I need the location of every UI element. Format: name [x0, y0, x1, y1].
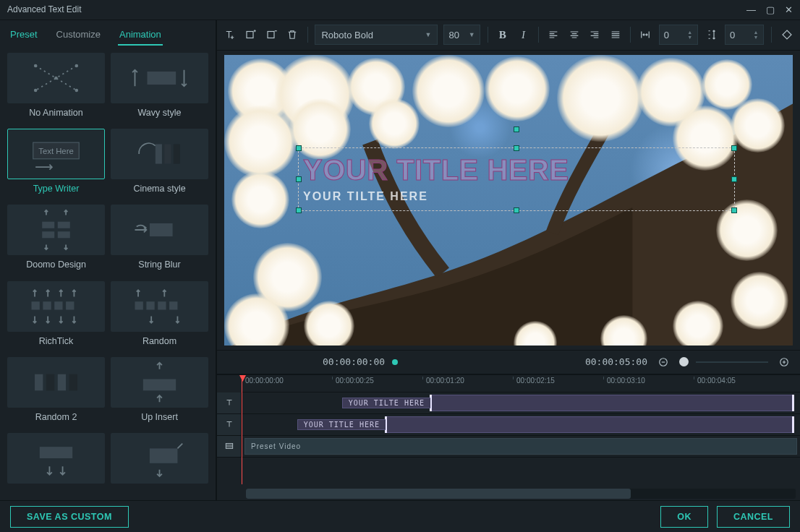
- line-spacing-input[interactable]: 0 ▲▼: [725, 25, 764, 45]
- zoom-slider-handle[interactable]: [679, 357, 689, 366]
- animation-cell[interactable]: Up Insert: [111, 357, 208, 427]
- add-text-icon[interactable]: [223, 26, 238, 43]
- rotate-handle[interactable]: [514, 126, 519, 132]
- text-clip-2[interactable]: YOUR TITLE HERE: [385, 416, 794, 433]
- animation-cell[interactable]: Random: [111, 281, 208, 351]
- bold-button[interactable]: B: [495, 26, 511, 43]
- svg-rect-17: [150, 223, 173, 236]
- resize-handle[interactable]: [731, 207, 737, 213]
- align-center-icon[interactable]: [566, 26, 582, 43]
- svg-point-5: [75, 89, 79, 93]
- zoom-in-button[interactable]: [775, 353, 793, 371]
- italic-button[interactable]: I: [516, 26, 531, 43]
- keyframe-icon[interactable]: [779, 26, 794, 43]
- current-time: 00:00:00:00: [323, 356, 385, 367]
- svg-rect-28: [58, 374, 66, 390]
- ruler-tick: 00:00:00:25: [332, 377, 374, 379]
- animation-label: [7, 488, 105, 491]
- window-title: Advanced Text Edit: [7, 4, 82, 14]
- stop-button[interactable]: [298, 353, 315, 371]
- animation-cell[interactable]: [7, 433, 105, 493]
- animation-cell[interactable]: Text HereType Writer: [7, 129, 105, 199]
- ruler-tick: 00:00:03:10: [603, 377, 645, 379]
- prev-frame-button[interactable]: [224, 353, 242, 371]
- animation-grid: No AnimationWavy styleText HereType Writ…: [0, 46, 216, 500]
- track-icon-text[interactable]: [217, 392, 242, 413]
- animation-label: Random 2: [7, 412, 105, 425]
- delete-icon[interactable]: [285, 26, 300, 43]
- animation-cell[interactable]: [111, 433, 208, 493]
- timeline-scrollbar[interactable]: [246, 489, 796, 499]
- resize-handle[interactable]: [296, 176, 302, 182]
- resize-handle[interactable]: [514, 207, 519, 213]
- animation-cell[interactable]: Wavy style: [111, 53, 208, 123]
- title-bounding-box[interactable]: YOUR TITLE HERE YOUR TILTE HERE: [298, 147, 735, 211]
- close-button[interactable]: ✕: [785, 4, 793, 15]
- resize-handle[interactable]: [514, 145, 519, 151]
- play-button[interactable]: [273, 353, 291, 371]
- animation-thumb: [111, 205, 208, 255]
- font-size-select[interactable]: 80 ▼: [443, 25, 480, 45]
- svg-rect-24: [158, 301, 166, 309]
- svg-rect-21: [66, 301, 74, 309]
- end-time: 00:00:05:00: [585, 356, 647, 367]
- animation-cell[interactable]: RichTick: [7, 281, 105, 351]
- animation-cell[interactable]: Doomo Design: [7, 205, 105, 275]
- animation-cell[interactable]: Random 2: [7, 357, 105, 427]
- resize-handle[interactable]: [731, 145, 737, 151]
- animation-label: String Blur: [111, 259, 208, 273]
- edit-text-box-icon[interactable]: [244, 26, 259, 43]
- tab-preset[interactable]: Preset: [9, 26, 39, 46]
- align-right-icon[interactable]: [587, 26, 603, 43]
- svg-rect-34: [268, 32, 274, 38]
- animation-label: RichTick: [7, 336, 105, 349]
- animation-label: Doomo Design: [7, 259, 105, 273]
- animation-label: [111, 488, 208, 491]
- resize-handle[interactable]: [296, 145, 302, 151]
- svg-rect-30: [143, 379, 176, 390]
- animation-cell[interactable]: String Blur: [111, 205, 208, 275]
- track-icon-video[interactable]: [217, 436, 242, 457]
- video-preview[interactable]: YOUR TITLE HERE YOUR TILTE HERE: [224, 55, 793, 346]
- svg-point-4: [34, 89, 38, 93]
- zoom-out-button[interactable]: [655, 353, 672, 371]
- in-point-icon[interactable]: [392, 359, 398, 365]
- next-frame-button[interactable]: [249, 353, 266, 371]
- timeline: 00:00:00:0000:00:00:2500:00:01:2000:00:0…: [217, 374, 800, 500]
- ok-button[interactable]: OK: [660, 506, 708, 528]
- toolbar-separator: [307, 27, 308, 43]
- minimize-button[interactable]: —: [746, 4, 756, 15]
- preset-video-clip[interactable]: Preset Video: [244, 438, 797, 455]
- font-select[interactable]: Roboto Bold ▼: [315, 25, 438, 45]
- maximize-button[interactable]: ▢: [766, 4, 775, 15]
- animation-cell[interactable]: No Animation: [7, 53, 105, 123]
- transport-bar: 00:00:00:00 00:00:05:00: [217, 350, 800, 374]
- cancel-button[interactable]: CANCEL: [717, 506, 790, 528]
- save-as-custom-button[interactable]: SAVE AS CUSTOM: [10, 506, 129, 528]
- footer-bar: SAVE AS CUSTOM OK CANCEL: [0, 500, 800, 532]
- char-spacing-input[interactable]: 0 ▲▼: [659, 25, 698, 45]
- svg-rect-35: [304, 359, 310, 365]
- tab-animation[interactable]: Animation: [118, 26, 163, 46]
- resize-handle[interactable]: [296, 207, 302, 213]
- animation-label: Random: [111, 336, 208, 349]
- zoom-slider[interactable]: [696, 361, 768, 363]
- track-icon-text[interactable]: [217, 414, 242, 435]
- align-left-icon[interactable]: [546, 26, 561, 43]
- svg-text:Text Here: Text Here: [38, 147, 73, 155]
- tab-customize[interactable]: Customize: [55, 26, 102, 46]
- animation-thumb: [111, 129, 208, 179]
- remove-text-box-icon[interactable]: [264, 26, 279, 43]
- timeline-ruler[interactable]: 00:00:00:0000:00:00:2500:00:01:2000:00:0…: [242, 375, 800, 392]
- animation-cell[interactable]: Cinema style: [111, 129, 208, 199]
- preview-main-title[interactable]: YOUR TITLE HERE: [302, 153, 734, 187]
- preview-subtitle[interactable]: YOUR TILTE HERE: [302, 187, 734, 206]
- toolbar-separator: [630, 27, 631, 43]
- align-justify-icon[interactable]: [608, 26, 624, 43]
- ruler-tick: 00:00:02:15: [513, 377, 555, 379]
- animation-label: Up Insert: [111, 412, 208, 425]
- text-clip-1[interactable]: YOUR TILTE HERE: [430, 395, 794, 411]
- resize-handle[interactable]: [731, 176, 737, 182]
- svg-rect-33: [247, 32, 253, 38]
- clip-label: YOUR TILTE HERE: [342, 398, 430, 408]
